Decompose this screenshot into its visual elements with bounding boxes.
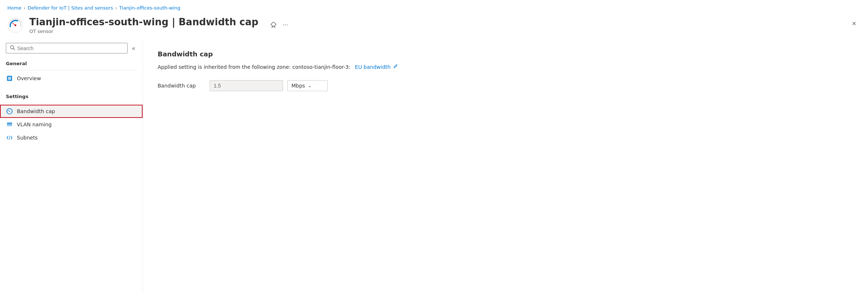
- header: Tianjin-offices-south-wing | Bandwidth c…: [0, 14, 868, 40]
- page-wrapper: Home › Defender for IoT | Sites and sens…: [0, 0, 868, 294]
- breadcrumb: Home › Defender for IoT | Sites and sens…: [0, 0, 868, 14]
- sidebar-item-overview[interactable]: Overview: [0, 72, 143, 85]
- header-actions: ···: [269, 19, 290, 30]
- sidebar-item-subnets[interactable]: Subnets: [0, 131, 143, 144]
- vlan-naming-icon: [6, 121, 13, 128]
- edit-inherited-button[interactable]: [392, 64, 399, 70]
- svg-line-10: [8, 111, 10, 112]
- bandwidth-cap-row: Bandwidth cap Mbps ⌄: [158, 80, 853, 91]
- ellipsis-icon: ···: [283, 21, 288, 29]
- section-title: Bandwidth cap: [179, 16, 258, 27]
- header-subtitle: OT sensor: [29, 29, 258, 34]
- breadcrumb-sensor[interactable]: Tianjin-offices-south-wing: [119, 5, 180, 11]
- sidebar-item-bandwidth-cap[interactable]: Bandwidth cap: [0, 105, 143, 118]
- main-layout: « General Overview Settings: [0, 40, 868, 294]
- content-title: Bandwidth cap: [158, 50, 853, 58]
- settings-divider: [6, 103, 137, 103]
- inherited-text: Applied setting is inherited from the fo…: [158, 64, 350, 70]
- subnets-label: Subnets: [17, 135, 38, 141]
- title-separator: |: [172, 16, 179, 27]
- search-icon: [10, 45, 15, 51]
- settings-section-label: Settings: [0, 91, 143, 101]
- close-button[interactable]: ×: [849, 18, 859, 29]
- more-options-button[interactable]: ···: [281, 19, 290, 30]
- sidebar-item-vlan-naming[interactable]: VLAN naming: [0, 118, 143, 131]
- ot-sensor-icon: [7, 17, 23, 33]
- sidebar: « General Overview Settings: [0, 40, 143, 294]
- pin-button[interactable]: [269, 20, 278, 30]
- svg-rect-13: [7, 125, 12, 126]
- general-section-label: General: [0, 58, 143, 68]
- bandwidth-value-input[interactable]: [210, 80, 283, 91]
- header-title-group: Tianjin-offices-south-wing | Bandwidth c…: [29, 16, 258, 34]
- general-divider: [6, 70, 137, 70]
- overview-icon: [6, 75, 13, 82]
- chevron-down-icon: ⌄: [308, 83, 312, 88]
- breadcrumb-home[interactable]: Home: [7, 5, 21, 11]
- breadcrumb-sep-1: ›: [23, 5, 25, 11]
- vlan-naming-label: VLAN naming: [17, 122, 52, 127]
- search-input-wrapper[interactable]: [6, 43, 128, 53]
- page-title: Tianjin-offices-south-wing | Bandwidth c…: [29, 16, 258, 28]
- unit-select[interactable]: Mbps ⌄: [287, 80, 328, 91]
- subnets-icon: [6, 134, 13, 141]
- breadcrumb-sites[interactable]: Defender for IoT | Sites and sensors: [27, 5, 113, 11]
- collapse-sidebar-button[interactable]: «: [130, 44, 137, 53]
- search-input[interactable]: [17, 45, 124, 51]
- svg-rect-12: [7, 124, 12, 125]
- overview-label: Overview: [17, 75, 41, 81]
- bandwidth-cap-form-label: Bandwidth cap: [158, 83, 205, 89]
- bandwidth-cap-icon: [6, 108, 13, 115]
- sensor-name: Tianjin-offices-south-wing: [29, 16, 169, 27]
- bandwidth-cap-label: Bandwidth cap: [17, 108, 55, 114]
- svg-rect-7: [8, 77, 11, 80]
- inherited-notice: Applied setting is inherited from the fo…: [158, 64, 853, 70]
- svg-line-14: [9, 136, 10, 139]
- unit-label: Mbps: [291, 83, 305, 89]
- content-area: Bandwidth cap Applied setting is inherit…: [143, 40, 868, 294]
- eu-bandwidth-link[interactable]: EU bandwidth: [355, 64, 390, 70]
- svg-rect-11: [7, 123, 12, 124]
- search-container: «: [0, 40, 143, 58]
- svg-line-5: [14, 49, 15, 50]
- breadcrumb-sep-2: ›: [115, 5, 117, 11]
